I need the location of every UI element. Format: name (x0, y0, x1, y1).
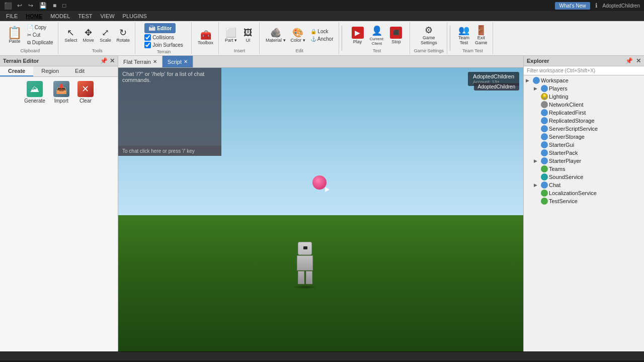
menu-home[interactable]: HOME (22, 12, 46, 20)
collisions-checkbox[interactable]: Collisions (144, 34, 183, 41)
localizationservice-icon (541, 190, 548, 197)
game-viewport[interactable]: Chat '/?'' or '/help' for a list of chat… (118, 68, 523, 351)
terrain-tab-create[interactable]: Create (0, 66, 33, 76)
explorer-close-icon[interactable]: ✕ (636, 57, 641, 64)
anchor-button[interactable]: ⚓ Anchor (308, 36, 336, 42)
generate-action[interactable]: ⛰ Generate (24, 81, 45, 104)
team-test-label: Team Test (462, 47, 483, 53)
tree-item-serverstorage[interactable]: ServerStorage (524, 133, 644, 141)
square-icon[interactable]: □ (61, 2, 67, 9)
replicatedstorage-label: ReplicatedStorage (549, 118, 595, 124)
replicatedfirst-label: ReplicatedFirst (549, 110, 586, 116)
current-client-button[interactable]: 👤 Current:Client (368, 24, 386, 47)
networkclient-icon (541, 101, 548, 108)
tree-item-players[interactable]: ▶ Players (524, 84, 644, 93)
menu-model[interactable]: MODEL (46, 12, 74, 20)
save-icon[interactable]: 💾 (38, 2, 48, 9)
lock-button[interactable]: 🔒 Lock (308, 28, 336, 35)
cut-button[interactable]: ✂ Cut (25, 32, 55, 38)
scale-button[interactable]: ⤢Scale (97, 27, 113, 44)
select-button[interactable]: ↖Select (62, 27, 79, 44)
copy-button[interactable]: 📄 Copy (25, 24, 55, 31)
rotate-button[interactable]: ↻Rotate (114, 27, 132, 44)
move-button[interactable]: ✥Move (80, 27, 96, 44)
tree-item-starterplayer[interactable]: ▶ StarterPlayer (524, 157, 644, 165)
team-test-button[interactable]: 👥TeamTest (456, 25, 472, 46)
clear-action[interactable]: ✕ Clear (77, 81, 94, 104)
testservice-label: TestService (549, 198, 578, 204)
character-face (303, 246, 307, 249)
explorer-search-placeholder: Filter workspace (Ctrl+Shift+X) (527, 68, 595, 73)
stop-icon[interactable]: ■ (52, 2, 57, 9)
flat-terrain-tab-label: Flat Terrain (123, 59, 151, 65)
toolbox-button[interactable]: 🧰Toolbox (196, 30, 215, 46)
ribbon-group-clipboard: 📋 Paste 📄 Copy ✂ Cut ⧉ Duplicate Clipboa… (2, 22, 58, 54)
play-button[interactable]: ▶ Play (350, 26, 366, 45)
menu-test[interactable]: TEST (74, 12, 96, 20)
character-torso (297, 255, 313, 270)
menu-file[interactable]: FILE (2, 12, 22, 20)
tree-item-chat[interactable]: ▶ Chat (524, 181, 644, 189)
whats-new-button[interactable]: What's New (555, 2, 590, 10)
character (292, 242, 317, 289)
test-label: Test (373, 47, 381, 53)
stop-button[interactable]: ⬛ Stop (388, 26, 404, 45)
tree-item-localizationservice[interactable]: LocalizationService (524, 189, 644, 197)
terrain-editor-button[interactable]: 🏔 Editor (144, 23, 176, 33)
import-action[interactable]: 📥 Import (53, 81, 69, 104)
part-button[interactable]: ⬜Part ▾ (223, 27, 239, 44)
networkclient-label: NetworkClient (549, 102, 583, 108)
game-settings-button[interactable]: ⚙GameSettings (419, 25, 439, 46)
ground-background (118, 215, 523, 351)
tree-item-networkclient[interactable]: NetworkClient (524, 101, 644, 109)
terrain-close-icon[interactable]: ✕ (110, 57, 115, 64)
menu-plugins[interactable]: PLUGINS (119, 12, 151, 20)
script-close-icon[interactable]: ✕ (184, 59, 188, 64)
tree-item-startergui[interactable]: StarterGui (524, 141, 644, 149)
explorer-pin-icon[interactable]: 📌 (625, 57, 633, 64)
tab-flat-terrain[interactable]: Flat Terrain ✕ (118, 56, 163, 67)
title-bar: ⬛ ↩ ↪ 💾 ■ □ What's New ℹ AdoptedChildren (0, 0, 644, 11)
tab-script[interactable]: Script ✕ (163, 56, 193, 67)
starterplayer-label: StarterPlayer (549, 158, 581, 164)
paste-button[interactable]: 📋 Paste (5, 26, 24, 45)
info-icon[interactable]: ℹ (594, 2, 599, 9)
duplicate-button[interactable]: ⧉ Duplicate (25, 39, 55, 46)
replicatedstorage-icon (541, 117, 548, 124)
terrain-tab-edit[interactable]: Edit (67, 66, 93, 76)
edit-label: Edit (296, 47, 304, 53)
redo-icon[interactable]: ↪ (27, 2, 34, 9)
tree-item-soundservice[interactable]: SoundService (524, 173, 644, 181)
tree-item-testservice[interactable]: TestService (524, 197, 644, 205)
tree-item-lighting[interactable]: 💡 Lighting (524, 93, 644, 101)
flat-terrain-close-icon[interactable]: ✕ (153, 59, 157, 64)
ribbon-group-edit: 🪨Material ▾ 🎨Color ▾ 🔒 Lock ⚓ Anchor Edi… (261, 22, 339, 54)
ui-button[interactable]: 🖼UI (240, 27, 256, 44)
generate-icon: ⛰ (27, 81, 43, 97)
undo-icon[interactable]: ↩ (16, 2, 23, 9)
teams-icon (541, 165, 548, 172)
join-surfaces-checkbox[interactable]: Join Surfaces (144, 42, 183, 48)
tree-item-serverscriptservice[interactable]: ServerScriptService (524, 125, 644, 133)
tree-item-replicatedfirst[interactable]: ReplicatedFirst (524, 109, 644, 117)
tree-item-starterpack[interactable]: StarterPack (524, 149, 644, 157)
terrain-tab-region[interactable]: Region (33, 66, 67, 76)
exit-game-button[interactable]: 🚪ExitGame (473, 25, 490, 46)
ribbon-group-game-settings: ⚙GameSettings Game Settings (411, 22, 448, 54)
clear-label: Clear (79, 98, 92, 104)
menu-view[interactable]: VIEW (96, 12, 118, 20)
chat-input-bar[interactable]: To chat click here or press '/' key (118, 146, 221, 156)
tree-item-replicatedstorage[interactable]: ReplicatedStorage (524, 117, 644, 125)
clipboard-label: Clipboard (20, 47, 40, 53)
explorer-search[interactable]: Filter workspace (Ctrl+Shift+X) (524, 66, 644, 75)
tree-item-teams[interactable]: Teams (524, 165, 644, 173)
tree-item-workspace[interactable]: ▶ Workspace (524, 76, 644, 84)
terrain-pin-icon[interactable]: 📌 (100, 57, 108, 64)
players-icon (541, 85, 548, 92)
material-button[interactable]: 🪨Material ▾ (264, 27, 288, 44)
player-name-button[interactable]: AdoptedChildren (474, 83, 520, 90)
soundservice-label: SoundService (549, 174, 584, 180)
terrain-editor-panel: Terrain Editor 📌 ✕ Create Region Edit ⛰ … (0, 56, 118, 351)
color-button[interactable]: 🎨Color ▾ (289, 27, 307, 44)
import-icon: 📥 (53, 81, 69, 97)
